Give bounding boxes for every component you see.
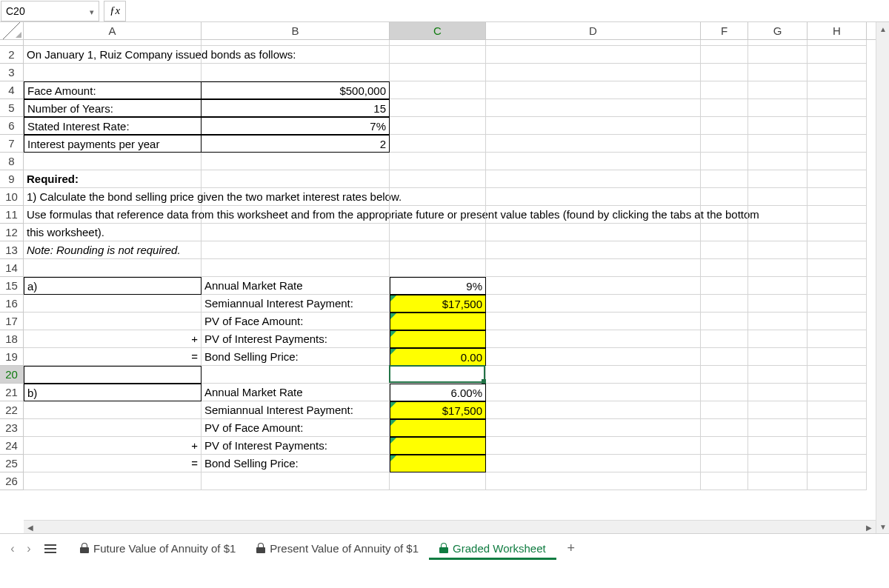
cell[interactable] — [701, 330, 748, 348]
cell[interactable] — [701, 384, 748, 401]
cell[interactable] — [808, 455, 867, 472]
cell[interactable] — [390, 46, 486, 64]
cell[interactable] — [701, 241, 748, 259]
cell[interactable] — [808, 81, 867, 99]
cell[interactable]: $17,500 — [390, 401, 486, 419]
cell[interactable]: Semiannual Interest Payment: — [202, 401, 390, 419]
column-header-F[interactable]: F — [701, 22, 748, 39]
cell[interactable] — [808, 99, 867, 117]
row-header[interactable]: 6 — [0, 117, 24, 135]
cell[interactable] — [390, 330, 486, 348]
cell[interactable] — [24, 313, 202, 330]
cell[interactable] — [808, 384, 867, 401]
cell[interactable] — [486, 437, 701, 455]
cell[interactable] — [486, 64, 701, 81]
cell[interactable] — [748, 135, 808, 153]
cell[interactable] — [202, 188, 390, 206]
row-header[interactable]: 7 — [0, 135, 24, 153]
cell[interactable] — [486, 295, 701, 313]
sheet-tab[interactable]: Future Value of Annuity of $1 — [70, 538, 246, 560]
cell[interactable] — [390, 241, 486, 259]
cell[interactable] — [486, 206, 701, 224]
cell[interactable] — [701, 348, 748, 366]
cell[interactable] — [808, 64, 867, 81]
cell[interactable]: PV of Face Amount: — [202, 419, 390, 437]
cell[interactable] — [808, 366, 867, 384]
cell[interactable] — [808, 188, 867, 206]
cell[interactable]: Number of Years: — [24, 99, 202, 117]
cell[interactable] — [390, 472, 486, 490]
cell[interactable] — [748, 206, 808, 224]
cell[interactable] — [486, 277, 701, 295]
cell[interactable]: a) — [24, 277, 202, 295]
column-header-D[interactable]: D — [486, 22, 701, 39]
tab-nav-prev[interactable]: ‹ — [4, 541, 21, 557]
cell[interactable] — [748, 366, 808, 384]
cell[interactable] — [748, 188, 808, 206]
cell[interactable] — [701, 81, 748, 99]
cell[interactable] — [701, 472, 748, 490]
cell[interactable]: + — [24, 330, 202, 348]
cell[interactable] — [808, 330, 867, 348]
cell[interactable] — [808, 295, 867, 313]
row-header[interactable]: 25 — [0, 455, 24, 472]
cell[interactable] — [748, 81, 808, 99]
cell[interactable] — [390, 224, 486, 241]
cell[interactable]: 15 — [202, 99, 390, 117]
cell[interactable] — [390, 313, 486, 330]
cell[interactable] — [748, 437, 808, 455]
row-header[interactable]: 9 — [0, 170, 24, 188]
cell[interactable] — [701, 170, 748, 188]
cell[interactable] — [701, 419, 748, 437]
cell[interactable] — [701, 366, 748, 384]
cell[interactable] — [748, 170, 808, 188]
cell[interactable] — [486, 384, 701, 401]
row-header[interactable]: 23 — [0, 419, 24, 437]
row-header[interactable]: 14 — [0, 259, 24, 277]
cell[interactable]: b) — [24, 384, 202, 401]
cell[interactable]: Interest payments per year — [24, 135, 202, 153]
scroll-right-icon[interactable]: ▶ — [862, 521, 876, 533]
row-header[interactable]: 18 — [0, 330, 24, 348]
cell[interactable] — [390, 153, 486, 170]
row-header[interactable]: 26 — [0, 472, 24, 490]
cell[interactable] — [390, 81, 486, 99]
row-header[interactable]: 8 — [0, 153, 24, 170]
column-header-H[interactable]: H — [808, 22, 867, 39]
cell[interactable] — [486, 419, 701, 437]
cell[interactable] — [701, 277, 748, 295]
column-header-G[interactable]: G — [748, 22, 808, 39]
cell[interactable] — [486, 472, 701, 490]
cell[interactable] — [748, 455, 808, 472]
cell[interactable] — [748, 295, 808, 313]
scroll-up-icon[interactable]: ▲ — [876, 22, 889, 36]
cell[interactable]: Required: — [24, 170, 202, 188]
cell[interactable] — [390, 206, 486, 224]
row-header[interactable]: 3 — [0, 64, 24, 81]
cell[interactable] — [486, 401, 701, 419]
cell[interactable]: = — [24, 455, 202, 472]
row-header[interactable]: 19 — [0, 348, 24, 366]
cell[interactable] — [701, 455, 748, 472]
cell[interactable] — [748, 348, 808, 366]
cell[interactable] — [390, 135, 486, 153]
cell[interactable] — [808, 241, 867, 259]
row-header[interactable]: 20 — [0, 366, 24, 384]
sheet-tab[interactable]: Graded Worksheet — [429, 538, 556, 560]
cell[interactable] — [701, 295, 748, 313]
row-header[interactable]: 17 — [0, 313, 24, 330]
cell[interactable]: Annual Market Rate — [202, 384, 390, 401]
cell[interactable] — [808, 419, 867, 437]
cell[interactable] — [701, 135, 748, 153]
cell[interactable] — [701, 188, 748, 206]
cell[interactable] — [701, 40, 748, 46]
row-header[interactable]: 22 — [0, 401, 24, 419]
cell[interactable] — [808, 277, 867, 295]
cell[interactable] — [701, 117, 748, 135]
cell[interactable] — [808, 135, 867, 153]
cell[interactable] — [202, 366, 390, 384]
cell[interactable]: Annual Market Rate — [202, 277, 390, 295]
name-box[interactable]: C20 ▾ — [1, 1, 99, 21]
cell[interactable]: $17,500 — [390, 295, 486, 313]
cell[interactable] — [808, 153, 867, 170]
